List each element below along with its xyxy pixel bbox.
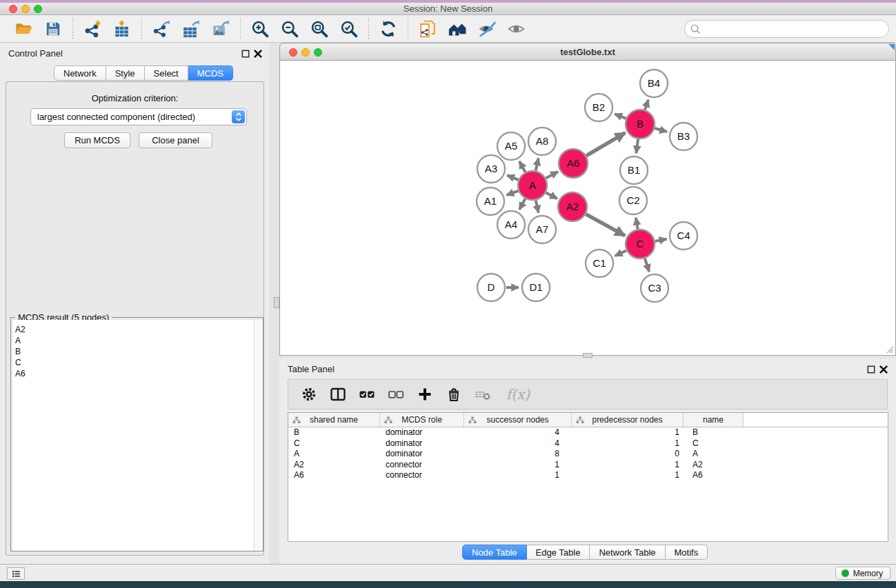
node-A3[interactable]: A3 — [477, 155, 505, 183]
tab-network-table[interactable]: Network Table — [590, 545, 665, 560]
splitter-handle-left[interactable] — [274, 297, 279, 308]
close-panel-icon[interactable] — [879, 365, 888, 374]
edge-A6-B[interactable] — [586, 133, 625, 156]
mcds-result-item[interactable]: C — [12, 357, 263, 368]
node-B2[interactable]: B2 — [585, 94, 613, 121]
clone-network-button[interactable] — [416, 18, 439, 40]
mcds-result-item[interactable]: A — [12, 335, 263, 346]
edge-C-C1[interactable] — [615, 250, 627, 256]
criterion-dropdown[interactable]: largest connected component (directed) — [30, 108, 247, 125]
zoom-out-button[interactable] — [278, 18, 301, 40]
tab-motifs[interactable]: Motifs — [666, 545, 708, 560]
edge-A-A7[interactable] — [536, 200, 539, 212]
tab-style[interactable]: Style — [106, 65, 145, 81]
show-panels-button[interactable] — [7, 567, 25, 580]
split-columns-button[interactable] — [328, 384, 348, 405]
float-panel-icon[interactable] — [867, 365, 875, 374]
edge-C-C4[interactable] — [655, 239, 667, 241]
edge-A-A8[interactable] — [536, 158, 539, 170]
network-corner-grip[interactable] — [888, 44, 895, 50]
close-window-button[interactable] — [9, 5, 17, 13]
show-graphics-button[interactable] — [505, 18, 528, 40]
node-B1[interactable]: B1 — [620, 156, 648, 184]
minimize-window-button[interactable] — [21, 5, 30, 13]
mcds-result-item[interactable]: A6 — [12, 368, 263, 379]
node-A4[interactable]: A4 — [497, 211, 525, 239]
memory-button[interactable]: Memory — [835, 567, 890, 580]
add-row-button[interactable] — [415, 384, 435, 405]
network-minimize-button[interactable] — [301, 48, 310, 57]
export-network-button[interactable] — [150, 18, 173, 40]
node-D1[interactable]: D1 — [522, 274, 550, 301]
hide-graphics-button[interactable] — [475, 18, 499, 40]
mcds-list-scrollbar[interactable] — [254, 320, 263, 551]
column-header-predecessor-nodes[interactable]: predecessor nodes — [572, 413, 684, 427]
edge-A-A1[interactable] — [506, 191, 518, 195]
edge-C-C3[interactable] — [645, 258, 649, 272]
node-D[interactable]: D — [477, 274, 505, 301]
node-C1[interactable]: C1 — [586, 250, 613, 277]
node-A7[interactable]: A7 — [528, 216, 556, 243]
save-session-button[interactable] — [41, 18, 65, 40]
node-A5[interactable]: A5 — [497, 132, 525, 160]
import-table-button[interactable] — [110, 18, 134, 40]
tab-select[interactable]: Select — [145, 65, 188, 81]
table-row[interactable]: A2connector11A2 — [288, 460, 888, 471]
mcds-result-list[interactable]: A2ABCA6 — [12, 320, 263, 551]
search-input[interactable] — [684, 20, 889, 38]
edge-A-A6[interactable] — [546, 172, 558, 179]
node-C3[interactable]: C3 — [641, 274, 668, 302]
node-A[interactable]: A — [518, 171, 547, 200]
maximize-window-button[interactable] — [34, 5, 42, 13]
network-maximize-button[interactable] — [314, 48, 322, 57]
tab-edge-table[interactable]: Edge Table — [527, 545, 590, 560]
edge-B-B4[interactable] — [645, 100, 648, 110]
column-header-MCDS-role[interactable]: MCDS role — [380, 413, 464, 427]
select-all-button[interactable] — [357, 384, 377, 405]
export-image-button[interactable] — [209, 18, 232, 40]
node-A1[interactable]: A1 — [477, 187, 504, 215]
mcds-result-item[interactable]: B — [12, 346, 263, 357]
edge-B-B2[interactable] — [615, 114, 626, 119]
deselect-all-button[interactable] — [386, 384, 406, 405]
zoom-fit-button[interactable] — [308, 18, 331, 40]
resize-grip-icon[interactable] — [884, 344, 894, 354]
node-A2[interactable]: A2 — [558, 192, 587, 221]
network-window-titlebar[interactable]: testGlobe.txt — [279, 43, 896, 61]
node-C4[interactable]: C4 — [670, 222, 697, 250]
mcds-result-item[interactable]: A2 — [12, 324, 263, 335]
zoom-selected-button[interactable] — [337, 18, 361, 40]
column-header-name[interactable]: name — [684, 413, 744, 427]
node-B4[interactable]: B4 — [640, 70, 668, 97]
edge-A-A3[interactable] — [507, 175, 518, 180]
delete-row-button[interactable] — [444, 384, 464, 405]
splitter-handle-bottom[interactable] — [583, 353, 593, 358]
close-panel-button[interactable]: Close panel — [139, 132, 212, 148]
column-header-shared-name[interactable]: shared name — [288, 413, 380, 427]
refresh-button[interactable] — [377, 18, 400, 40]
network-canvas[interactable]: AA1A2A3A4A5A6A7A8BB1B2B3B4CC1C2C3C4DD1 — [279, 61, 896, 356]
edge-A-A5[interactable] — [519, 161, 526, 172]
table-row[interactable]: Cdominator41C — [288, 438, 888, 449]
gear-button[interactable] — [299, 384, 319, 405]
float-panel-icon[interactable] — [241, 50, 250, 58]
table-row[interactable]: Bdominator41B — [288, 427, 888, 438]
run-mcds-button[interactable]: Run MCDS — [64, 132, 130, 148]
node-A8[interactable]: A8 — [528, 128, 556, 155]
export-table-button[interactable] — [179, 18, 203, 40]
table-row[interactable]: Adominator80A — [288, 449, 888, 460]
zoom-in-button[interactable] — [248, 18, 272, 40]
close-panel-icon[interactable] — [254, 50, 262, 58]
home-button[interactable] — [446, 18, 469, 40]
edge-C-C2[interactable] — [636, 218, 638, 230]
node-C2[interactable]: C2 — [619, 187, 647, 214]
edge-B-B1[interactable] — [636, 139, 638, 153]
edge-A2-C[interactable] — [586, 214, 625, 236]
tab-mcds[interactable]: MCDS — [188, 65, 233, 81]
tab-node-table[interactable]: Node Table — [462, 545, 527, 560]
table-row[interactable]: A6connector11A6 — [288, 470, 888, 481]
open-session-button[interactable] — [12, 18, 35, 40]
edge-A-A2[interactable] — [546, 192, 557, 199]
edge-A-A4[interactable] — [519, 199, 526, 210]
node-B[interactable]: B — [626, 110, 655, 139]
